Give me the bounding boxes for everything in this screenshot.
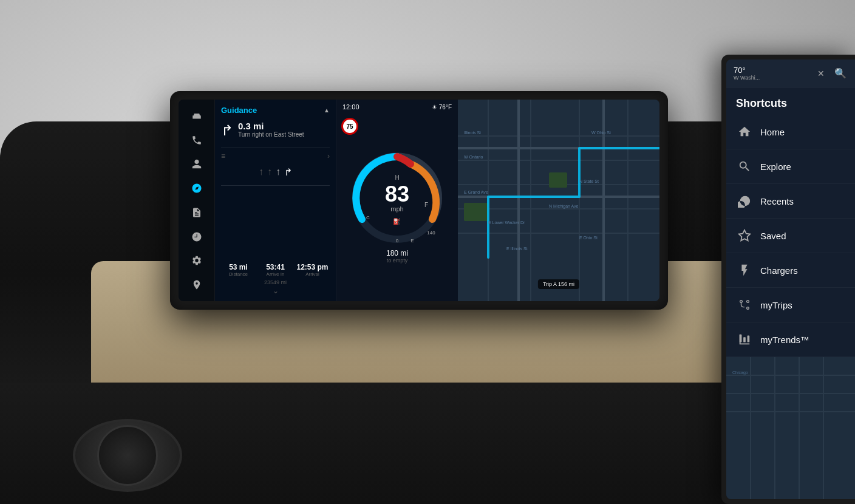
chargers-label: Chargers	[760, 265, 798, 276]
svg-text:E Illinois St: E Illinois St	[506, 247, 528, 251]
home-label: Home	[760, 127, 785, 137]
svg-text:E Ohio St: E Ohio St	[579, 236, 598, 240]
right-header-actions: ✕ 🔍	[814, 66, 848, 81]
shortcut-item-recents[interactable]: Recents	[726, 184, 855, 219]
svg-rect-38	[743, 337, 746, 342]
collapse-btn[interactable]: ⌄	[221, 287, 330, 295]
shortcut-item-saved[interactable]: Saved	[726, 219, 855, 253]
turn-street: Turn right on East Street	[238, 131, 330, 138]
range-label: to empty	[386, 257, 408, 264]
close-button[interactable]: ✕	[814, 66, 828, 81]
nav-item-clock[interactable]	[186, 226, 208, 247]
nav-item-phone[interactable]	[186, 130, 208, 151]
guidance-header: Guidance ▲	[221, 106, 330, 115]
svg-rect-24	[549, 172, 567, 188]
weather-display: ☀ 76°F	[432, 104, 452, 111]
svg-text:C: C	[366, 215, 370, 220]
saved-label: Saved	[760, 231, 786, 241]
speaker-inner	[97, 425, 158, 486]
nav-item-doc[interactable]	[186, 202, 208, 223]
range-info: 180 mi to empty	[386, 249, 408, 264]
speed-readout: 83 mph	[385, 183, 409, 213]
guidance-title: Guidance	[221, 106, 257, 115]
stat-arrival-label: Arrival	[295, 271, 330, 277]
right-header: 70° W Washi... ✕ 🔍	[726, 60, 855, 87]
time-display: 12:00	[342, 103, 359, 111]
mini-menu: ≡ ›	[221, 152, 330, 160]
nav-item-person[interactable]	[186, 154, 208, 175]
recents-label: Recents	[760, 196, 794, 206]
lane-arrow-straight2: ↑	[267, 166, 272, 178]
svg-point-36	[747, 307, 749, 310]
svg-rect-39	[748, 336, 750, 342]
svg-text:Illinois St: Illinois St	[464, 131, 481, 135]
svg-text:F: F	[424, 202, 428, 208]
guidance-chevron[interactable]: ▲	[324, 107, 330, 114]
mytrends-icon	[736, 331, 753, 348]
trip-stats: 53 mi Distance 53:41 Arrive In 12:53 pm …	[221, 263, 330, 277]
svg-text:W Ohio St: W Ohio St	[591, 131, 611, 135]
nav-item-settings[interactable]	[186, 251, 208, 271]
chargers-icon	[736, 262, 753, 279]
turn-instruction: ↱ 0.3 mi Turn right on East Street	[221, 121, 330, 139]
left-nav	[179, 100, 215, 301]
stat-arrive-label: Arrive In	[258, 271, 293, 277]
shortcut-item-mytrends[interactable]: myTrends™	[726, 322, 855, 357]
svg-text:N State St: N State St	[579, 179, 599, 183]
mytrips-label: myTrips	[760, 300, 792, 310]
stat-distance-value: 53 mi	[221, 263, 256, 271]
cluster-screen: Guidance ▲ ↱ 0.3 mi Turn right on East S…	[179, 100, 659, 301]
lane-arrow-straight1: ↑	[259, 166, 264, 178]
svg-text:140: 140	[427, 230, 435, 236]
turn-distance: 0.3 mi	[238, 121, 330, 131]
odometer: 23549 mi	[221, 279, 330, 285]
nav-item-navigation[interactable]	[186, 178, 208, 199]
svg-point-35	[747, 301, 749, 303]
svg-text:N Michigan Ave: N Michigan Ave	[549, 204, 579, 209]
explore-label: Explore	[760, 162, 791, 172]
shortcut-item-mytrips[interactable]: myTrips	[726, 288, 855, 322]
stat-arrive-value: 53:41	[258, 263, 293, 271]
lane-arrow-straight3: ↑	[276, 166, 281, 178]
svg-text:E: E	[410, 238, 414, 243]
map-preview: Chicago	[726, 357, 855, 499]
svg-text:E Lower Wacker Dr: E Lower Wacker Dr	[488, 220, 525, 225]
turn-arrow-icon: ↱	[221, 122, 233, 139]
svg-rect-40	[726, 357, 855, 499]
map-canvas: Illinois St W Ohio St W Ontario N State …	[458, 100, 659, 301]
stat-arrival-value: 12:53 pm	[295, 263, 330, 271]
svg-text:E Grand Ave: E Grand Ave	[464, 190, 488, 194]
turn-text: 0.3 mi Turn right on East Street	[238, 121, 330, 138]
home-icon	[736, 123, 753, 140]
nav-item-car[interactable]	[186, 106, 208, 126]
header-location: W Washi...	[734, 75, 760, 81]
mytrends-label: myTrends™	[760, 335, 809, 345]
shortcut-item-explore[interactable]: Explore	[726, 149, 855, 184]
stat-distance-label: Distance	[221, 271, 256, 277]
search-button[interactable]: 🔍	[833, 66, 848, 81]
shortcuts-title: Shortcuts	[726, 87, 855, 115]
speed-limit-badge: 75	[341, 118, 358, 135]
svg-rect-37	[740, 335, 742, 342]
shortcut-item-home[interactable]: Home	[726, 115, 855, 149]
stat-distance: 53 mi Distance	[221, 263, 256, 277]
right-screen-bezel: 70° W Washi... ✕ 🔍 Shortcuts Home Explor…	[721, 55, 855, 504]
svg-text:W Ontario: W Ontario	[464, 155, 483, 159]
shortcut-item-chargers[interactable]: Chargers	[726, 253, 855, 288]
speaker-grille	[73, 419, 182, 492]
lane-arrow-right: ↱	[284, 166, 292, 178]
temperature-display: 76°F	[439, 104, 452, 111]
svg-text:Chicago: Chicago	[732, 370, 748, 375]
svg-text:H: H	[395, 174, 399, 181]
lane-arrows: ↑ ↑ ↑ ↱	[221, 166, 330, 178]
speedometer: H F C E 0 140 ⛽ 83 mph	[349, 149, 446, 247]
right-screen: 70° W Washi... ✕ 🔍 Shortcuts Home Explor…	[726, 60, 855, 499]
stat-arrival: 12:53 pm Arrival	[295, 263, 330, 277]
map-area: Illinois St W Ohio St W Ontario N State …	[458, 100, 659, 301]
svg-text:0: 0	[396, 238, 399, 243]
weather-icon: ☀	[432, 104, 437, 111]
cluster-screen-bezel: Guidance ▲ ↱ 0.3 mi Turn right on East S…	[170, 91, 668, 310]
range-miles: 180 mi	[386, 249, 408, 257]
nav-item-location[interactable]	[186, 274, 208, 295]
speed-number: 83	[385, 183, 409, 205]
